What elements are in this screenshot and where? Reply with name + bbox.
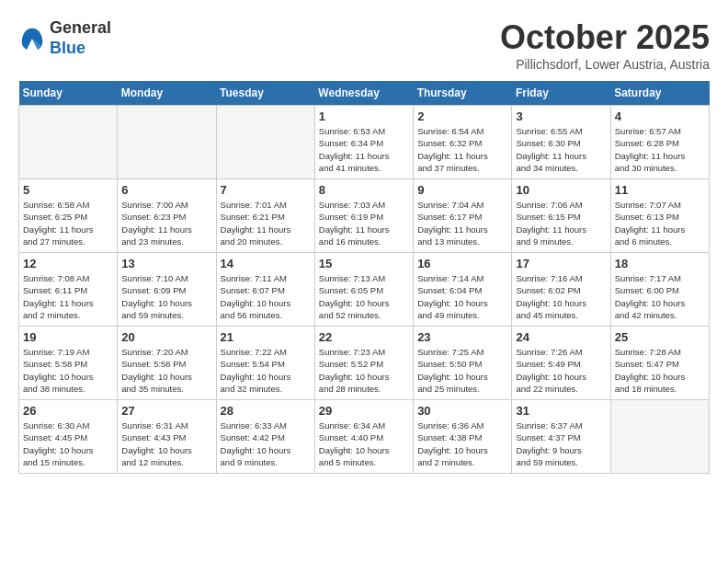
header-thursday: Thursday bbox=[414, 81, 512, 106]
logo-line2: Blue bbox=[50, 39, 111, 59]
location-subtitle: Pillichsdorf, Lower Austria, Austria bbox=[500, 57, 710, 72]
day-number: 11 bbox=[615, 183, 705, 197]
calendar-cell: 20Sunrise: 7:20 AM Sunset: 5:56 PM Dayli… bbox=[118, 327, 216, 400]
day-info: Sunrise: 6:33 AM Sunset: 4:42 PM Dayligh… bbox=[221, 419, 311, 468]
day-number: 4 bbox=[615, 109, 705, 123]
calendar-cell: 30Sunrise: 6:36 AM Sunset: 4:38 PM Dayli… bbox=[414, 400, 512, 474]
month-title: October 2025 bbox=[500, 18, 710, 57]
day-info: Sunrise: 6:53 AM Sunset: 6:34 PM Dayligh… bbox=[319, 125, 409, 174]
day-number: 26 bbox=[23, 404, 113, 418]
day-info: Sunrise: 7:11 AM Sunset: 6:07 PM Dayligh… bbox=[221, 272, 311, 321]
day-info: Sunrise: 7:20 AM Sunset: 5:56 PM Dayligh… bbox=[121, 346, 211, 395]
calendar-cell: 14Sunrise: 7:11 AM Sunset: 6:07 PM Dayli… bbox=[216, 253, 314, 327]
calendar-cell: 17Sunrise: 7:16 AM Sunset: 6:02 PM Dayli… bbox=[512, 253, 610, 327]
day-number: 12 bbox=[23, 257, 113, 270]
day-number: 15 bbox=[319, 257, 409, 270]
calendar-cell: 15Sunrise: 7:13 AM Sunset: 6:05 PM Dayli… bbox=[314, 253, 413, 327]
header-saturday: Saturday bbox=[610, 81, 709, 106]
title-section: October 2025 Pillichsdorf, Lower Austria… bbox=[500, 18, 710, 72]
calendar-cell bbox=[610, 400, 709, 474]
calendar-week-5: 26Sunrise: 6:30 AM Sunset: 4:45 PM Dayli… bbox=[19, 400, 710, 474]
day-info: Sunrise: 7:01 AM Sunset: 6:21 PM Dayligh… bbox=[221, 199, 311, 247]
day-number: 27 bbox=[121, 404, 211, 418]
day-info: Sunrise: 7:14 AM Sunset: 6:04 PM Dayligh… bbox=[417, 272, 507, 321]
calendar-table: Sunday Monday Tuesday Wednesday Thursday… bbox=[18, 81, 710, 474]
calendar-cell: 25Sunrise: 7:28 AM Sunset: 5:47 PM Dayli… bbox=[610, 327, 709, 400]
calendar-cell bbox=[216, 106, 314, 179]
day-info: Sunrise: 7:22 AM Sunset: 5:54 PM Dayligh… bbox=[221, 346, 311, 395]
calendar-cell: 24Sunrise: 7:26 AM Sunset: 5:49 PM Dayli… bbox=[512, 327, 610, 400]
day-number: 31 bbox=[516, 404, 606, 418]
calendar-week-2: 5Sunrise: 6:58 AM Sunset: 6:25 PM Daylig… bbox=[19, 179, 710, 253]
calendar-cell bbox=[118, 106, 216, 179]
day-number: 6 bbox=[121, 183, 211, 197]
calendar-page: General Blue October 2025 Pillichsdorf, … bbox=[0, 0, 728, 483]
header-tuesday: Tuesday bbox=[216, 81, 314, 106]
day-info: Sunrise: 7:10 AM Sunset: 6:09 PM Dayligh… bbox=[121, 272, 211, 321]
calendar-cell: 13Sunrise: 7:10 AM Sunset: 6:09 PM Dayli… bbox=[118, 253, 216, 327]
day-number: 29 bbox=[319, 404, 409, 418]
day-info: Sunrise: 7:23 AM Sunset: 5:52 PM Dayligh… bbox=[319, 346, 409, 395]
day-info: Sunrise: 6:34 AM Sunset: 4:40 PM Dayligh… bbox=[319, 419, 409, 468]
day-number: 13 bbox=[121, 257, 211, 270]
logo-line1: General bbox=[50, 18, 111, 39]
calendar-cell: 4Sunrise: 6:57 AM Sunset: 6:28 PM Daylig… bbox=[610, 106, 709, 179]
day-info: Sunrise: 7:16 AM Sunset: 6:02 PM Dayligh… bbox=[516, 272, 606, 321]
calendar-cell: 31Sunrise: 6:37 AM Sunset: 4:37 PM Dayli… bbox=[512, 400, 610, 474]
day-info: Sunrise: 7:17 AM Sunset: 6:00 PM Dayligh… bbox=[615, 272, 705, 321]
calendar-cell: 8Sunrise: 7:03 AM Sunset: 6:19 PM Daylig… bbox=[314, 179, 413, 253]
calendar-cell: 16Sunrise: 7:14 AM Sunset: 6:04 PM Dayli… bbox=[414, 253, 512, 327]
day-number: 7 bbox=[221, 183, 311, 197]
day-number: 30 bbox=[417, 404, 507, 418]
calendar-cell: 22Sunrise: 7:23 AM Sunset: 5:52 PM Dayli… bbox=[314, 327, 413, 400]
day-number: 22 bbox=[319, 330, 409, 344]
calendar-cell: 9Sunrise: 7:04 AM Sunset: 6:17 PM Daylig… bbox=[414, 179, 512, 253]
day-number: 28 bbox=[221, 404, 311, 418]
header: General Blue October 2025 Pillichsdorf, … bbox=[18, 18, 710, 72]
day-number: 19 bbox=[23, 330, 113, 344]
day-info: Sunrise: 7:04 AM Sunset: 6:17 PM Dayligh… bbox=[417, 199, 507, 247]
calendar-cell: 12Sunrise: 7:08 AM Sunset: 6:11 PM Dayli… bbox=[19, 253, 118, 327]
calendar-cell: 27Sunrise: 6:31 AM Sunset: 4:43 PM Dayli… bbox=[118, 400, 216, 474]
calendar-cell: 11Sunrise: 7:07 AM Sunset: 6:13 PM Dayli… bbox=[610, 179, 709, 253]
header-wednesday: Wednesday bbox=[314, 81, 413, 106]
day-info: Sunrise: 7:26 AM Sunset: 5:49 PM Dayligh… bbox=[516, 346, 606, 395]
calendar-week-4: 19Sunrise: 7:19 AM Sunset: 5:58 PM Dayli… bbox=[19, 327, 710, 400]
calendar-cell: 10Sunrise: 7:06 AM Sunset: 6:15 PM Dayli… bbox=[512, 179, 610, 253]
calendar-cell: 29Sunrise: 6:34 AM Sunset: 4:40 PM Dayli… bbox=[314, 400, 413, 474]
day-number: 24 bbox=[516, 330, 606, 344]
day-number: 14 bbox=[221, 257, 311, 270]
day-headers: Sunday Monday Tuesday Wednesday Thursday… bbox=[19, 81, 710, 106]
day-info: Sunrise: 6:30 AM Sunset: 4:45 PM Dayligh… bbox=[23, 419, 113, 468]
calendar-cell: 3Sunrise: 6:55 AM Sunset: 6:30 PM Daylig… bbox=[512, 106, 610, 179]
day-number: 25 bbox=[615, 330, 705, 344]
day-info: Sunrise: 7:13 AM Sunset: 6:05 PM Dayligh… bbox=[319, 272, 409, 321]
day-number: 21 bbox=[221, 330, 311, 344]
day-number: 23 bbox=[417, 330, 507, 344]
day-number: 5 bbox=[23, 183, 113, 197]
day-info: Sunrise: 6:58 AM Sunset: 6:25 PM Dayligh… bbox=[23, 199, 113, 247]
day-info: Sunrise: 6:54 AM Sunset: 6:32 PM Dayligh… bbox=[417, 125, 507, 174]
calendar-cell: 2Sunrise: 6:54 AM Sunset: 6:32 PM Daylig… bbox=[414, 106, 512, 179]
day-number: 20 bbox=[121, 330, 211, 344]
logo-text: General Blue bbox=[50, 18, 111, 58]
calendar-cell: 5Sunrise: 6:58 AM Sunset: 6:25 PM Daylig… bbox=[19, 179, 118, 253]
day-info: Sunrise: 7:25 AM Sunset: 5:50 PM Dayligh… bbox=[417, 346, 507, 395]
day-info: Sunrise: 6:31 AM Sunset: 4:43 PM Dayligh… bbox=[121, 419, 211, 468]
day-info: Sunrise: 6:57 AM Sunset: 6:28 PM Dayligh… bbox=[615, 125, 705, 174]
day-info: Sunrise: 7:08 AM Sunset: 6:11 PM Dayligh… bbox=[23, 272, 113, 321]
calendar-cell: 1Sunrise: 6:53 AM Sunset: 6:34 PM Daylig… bbox=[314, 106, 413, 179]
header-monday: Monday bbox=[118, 81, 216, 106]
day-info: Sunrise: 7:28 AM Sunset: 5:47 PM Dayligh… bbox=[615, 346, 705, 395]
calendar-cell bbox=[19, 106, 118, 179]
calendar-week-3: 12Sunrise: 7:08 AM Sunset: 6:11 PM Dayli… bbox=[19, 253, 710, 327]
calendar-cell: 26Sunrise: 6:30 AM Sunset: 4:45 PM Dayli… bbox=[19, 400, 118, 474]
day-info: Sunrise: 7:07 AM Sunset: 6:13 PM Dayligh… bbox=[615, 199, 705, 247]
day-number: 2 bbox=[417, 109, 507, 123]
calendar-cell: 19Sunrise: 7:19 AM Sunset: 5:58 PM Dayli… bbox=[19, 327, 118, 400]
day-number: 3 bbox=[516, 109, 606, 123]
day-info: Sunrise: 6:36 AM Sunset: 4:38 PM Dayligh… bbox=[417, 419, 507, 468]
logo: General Blue bbox=[18, 18, 111, 58]
day-number: 17 bbox=[516, 257, 606, 270]
calendar-cell: 18Sunrise: 7:17 AM Sunset: 6:00 PM Dayli… bbox=[610, 253, 709, 327]
